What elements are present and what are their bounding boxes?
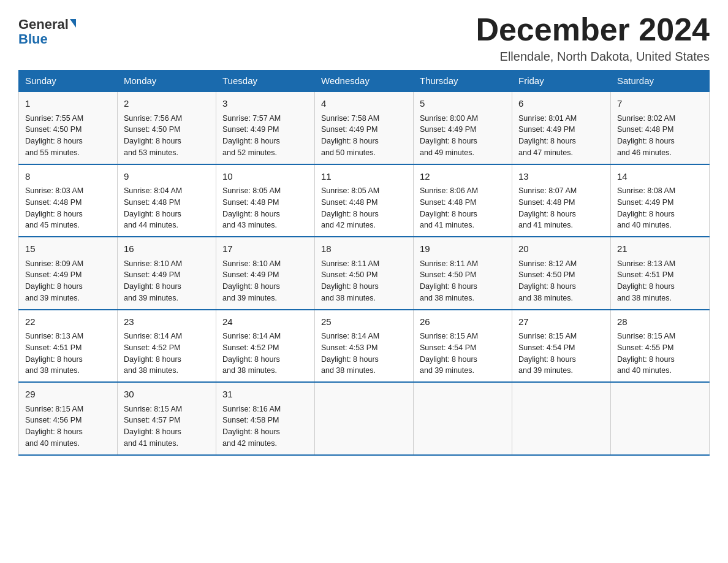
col-wednesday: Wednesday: [315, 71, 414, 92]
day-number: 8: [25, 170, 111, 184]
calendar-table: Sunday Monday Tuesday Wednesday Thursday…: [18, 70, 710, 456]
day-info: Sunrise: 8:14 AMSunset: 4:52 PMDaylight:…: [124, 332, 182, 375]
logo-blue: Blue: [18, 32, 48, 47]
calendar-cell: 30Sunrise: 8:15 AMSunset: 4:57 PMDayligh…: [118, 382, 216, 455]
day-number: 1: [25, 97, 111, 111]
day-info: Sunrise: 8:06 AMSunset: 4:48 PMDaylight:…: [420, 186, 478, 229]
col-friday: Friday: [512, 71, 611, 92]
title-area: December 2024 Ellendale, North Dakota, U…: [476, 12, 710, 64]
day-info: Sunrise: 8:04 AMSunset: 4:48 PMDaylight:…: [124, 186, 182, 229]
calendar-cell: 8Sunrise: 8:03 AMSunset: 4:48 PMDaylight…: [19, 164, 118, 237]
day-info: Sunrise: 8:13 AMSunset: 4:51 PMDaylight:…: [617, 259, 675, 302]
day-number: 23: [124, 315, 210, 329]
day-info: Sunrise: 7:58 AMSunset: 4:49 PMDaylight:…: [321, 114, 379, 157]
day-info: Sunrise: 8:15 AMSunset: 4:54 PMDaylight:…: [420, 332, 478, 375]
day-number: 21: [617, 242, 703, 256]
day-number: 3: [222, 97, 308, 111]
day-info: Sunrise: 8:12 AMSunset: 4:50 PMDaylight:…: [518, 259, 577, 302]
day-info: Sunrise: 7:56 AMSunset: 4:50 PMDaylight:…: [124, 114, 182, 157]
calendar-cell: 9Sunrise: 8:04 AMSunset: 4:48 PMDaylight…: [118, 164, 216, 237]
day-number: 17: [222, 242, 308, 256]
col-monday: Monday: [118, 71, 216, 92]
day-number: 18: [321, 242, 407, 256]
day-info: Sunrise: 8:16 AMSunset: 4:58 PMDaylight:…: [222, 405, 281, 448]
calendar-cell: 24Sunrise: 8:14 AMSunset: 4:52 PMDayligh…: [216, 310, 315, 383]
day-number: 31: [222, 388, 308, 402]
calendar-week-row: 1Sunrise: 7:55 AMSunset: 4:50 PMDaylight…: [19, 91, 710, 164]
calendar-cell: 2Sunrise: 7:56 AMSunset: 4:50 PMDaylight…: [118, 91, 216, 164]
day-number: 28: [617, 315, 703, 329]
calendar-cell: 27Sunrise: 8:15 AMSunset: 4:54 PMDayligh…: [512, 310, 611, 383]
day-number: 15: [25, 242, 111, 256]
day-info: Sunrise: 8:07 AMSunset: 4:48 PMDaylight:…: [518, 186, 577, 229]
logo-arrow-icon: [70, 19, 76, 28]
day-info: Sunrise: 8:14 AMSunset: 4:52 PMDaylight:…: [222, 332, 281, 375]
day-number: 11: [321, 170, 407, 184]
calendar-cell: 12Sunrise: 8:06 AMSunset: 4:48 PMDayligh…: [414, 164, 512, 237]
day-info: Sunrise: 8:01 AMSunset: 4:49 PMDaylight:…: [518, 114, 577, 157]
col-saturday: Saturday: [611, 71, 710, 92]
calendar-cell: 1Sunrise: 7:55 AMSunset: 4:50 PMDaylight…: [19, 91, 118, 164]
day-number: 2: [124, 97, 210, 111]
calendar-week-row: 22Sunrise: 8:13 AMSunset: 4:51 PMDayligh…: [19, 310, 710, 383]
day-info: Sunrise: 8:09 AMSunset: 4:49 PMDaylight:…: [25, 259, 83, 302]
calendar-cell: 20Sunrise: 8:12 AMSunset: 4:50 PMDayligh…: [512, 237, 611, 310]
day-info: Sunrise: 8:00 AMSunset: 4:49 PMDaylight:…: [420, 114, 478, 157]
day-number: 14: [617, 170, 703, 184]
calendar-header-row: Sunday Monday Tuesday Wednesday Thursday…: [19, 71, 710, 92]
logo-general: General: [18, 17, 69, 32]
day-info: Sunrise: 8:03 AMSunset: 4:48 PMDaylight:…: [25, 186, 83, 229]
calendar-cell: 14Sunrise: 8:08 AMSunset: 4:49 PMDayligh…: [611, 164, 710, 237]
calendar-cell: 4Sunrise: 7:58 AMSunset: 4:49 PMDaylight…: [315, 91, 414, 164]
calendar-cell: 15Sunrise: 8:09 AMSunset: 4:49 PMDayligh…: [19, 237, 118, 310]
calendar-cell: [414, 382, 512, 455]
calendar-cell: 21Sunrise: 8:13 AMSunset: 4:51 PMDayligh…: [611, 237, 710, 310]
calendar-cell: [512, 382, 611, 455]
day-info: Sunrise: 8:15 AMSunset: 4:57 PMDaylight:…: [124, 405, 182, 448]
page-header: General Blue December 2024 Ellendale, No…: [18, 12, 710, 64]
day-number: 19: [420, 242, 506, 256]
calendar-cell: 28Sunrise: 8:15 AMSunset: 4:55 PMDayligh…: [611, 310, 710, 383]
calendar-cell: 19Sunrise: 8:11 AMSunset: 4:50 PMDayligh…: [414, 237, 512, 310]
calendar-cell: 6Sunrise: 8:01 AMSunset: 4:49 PMDaylight…: [512, 91, 611, 164]
calendar-cell: 11Sunrise: 8:05 AMSunset: 4:48 PMDayligh…: [315, 164, 414, 237]
logo: General Blue: [18, 12, 76, 47]
day-info: Sunrise: 8:11 AMSunset: 4:50 PMDaylight:…: [321, 259, 379, 302]
calendar-cell: 3Sunrise: 7:57 AMSunset: 4:49 PMDaylight…: [216, 91, 315, 164]
day-number: 27: [518, 315, 604, 329]
day-number: 9: [124, 170, 210, 184]
calendar-cell: 13Sunrise: 8:07 AMSunset: 4:48 PMDayligh…: [512, 164, 611, 237]
calendar-cell: 22Sunrise: 8:13 AMSunset: 4:51 PMDayligh…: [19, 310, 118, 383]
day-number: 12: [420, 170, 506, 184]
day-info: Sunrise: 7:55 AMSunset: 4:50 PMDaylight:…: [25, 114, 83, 157]
day-number: 22: [25, 315, 111, 329]
calendar-cell: 5Sunrise: 8:00 AMSunset: 4:49 PMDaylight…: [414, 91, 512, 164]
day-info: Sunrise: 8:02 AMSunset: 4:48 PMDaylight:…: [617, 114, 675, 157]
day-number: 6: [518, 97, 604, 111]
day-number: 30: [124, 388, 210, 402]
calendar-cell: [611, 382, 710, 455]
day-info: Sunrise: 8:13 AMSunset: 4:51 PMDaylight:…: [25, 332, 83, 375]
location-title: Ellendale, North Dakota, United States: [476, 50, 710, 64]
col-thursday: Thursday: [414, 71, 512, 92]
day-number: 29: [25, 388, 111, 402]
day-number: 26: [420, 315, 506, 329]
day-info: Sunrise: 8:15 AMSunset: 4:56 PMDaylight:…: [25, 405, 83, 448]
calendar-cell: 29Sunrise: 8:15 AMSunset: 4:56 PMDayligh…: [19, 382, 118, 455]
day-number: 10: [222, 170, 308, 184]
month-title: December 2024: [476, 12, 710, 47]
day-number: 4: [321, 97, 407, 111]
calendar-cell: 26Sunrise: 8:15 AMSunset: 4:54 PMDayligh…: [414, 310, 512, 383]
calendar-cell: 31Sunrise: 8:16 AMSunset: 4:58 PMDayligh…: [216, 382, 315, 455]
day-number: 13: [518, 170, 604, 184]
day-info: Sunrise: 8:15 AMSunset: 4:55 PMDaylight:…: [617, 332, 675, 375]
day-number: 24: [222, 315, 308, 329]
col-sunday: Sunday: [19, 71, 118, 92]
day-info: Sunrise: 8:10 AMSunset: 4:49 PMDaylight:…: [124, 259, 182, 302]
day-number: 20: [518, 242, 604, 256]
col-tuesday: Tuesday: [216, 71, 315, 92]
day-info: Sunrise: 8:15 AMSunset: 4:54 PMDaylight:…: [518, 332, 577, 375]
calendar-week-row: 29Sunrise: 8:15 AMSunset: 4:56 PMDayligh…: [19, 382, 710, 455]
day-info: Sunrise: 8:10 AMSunset: 4:49 PMDaylight:…: [222, 259, 281, 302]
calendar-cell: 17Sunrise: 8:10 AMSunset: 4:49 PMDayligh…: [216, 237, 315, 310]
